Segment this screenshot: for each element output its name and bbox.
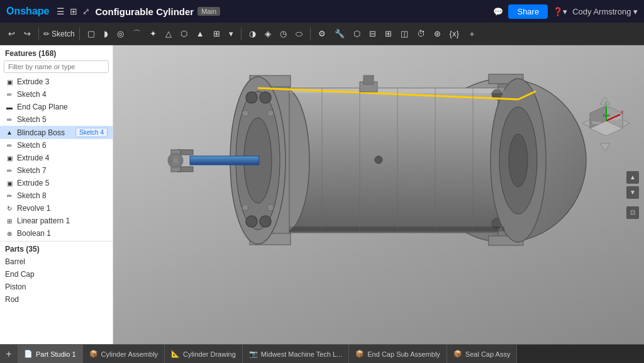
linear-pattern-icon: ⊞ (5, 216, 14, 225)
tool-2[interactable]: ◗ (101, 28, 111, 40)
user-name[interactable]: Cody Armstrong ▾ (572, 7, 638, 16)
part-item-endcap[interactable]: End Cap (0, 268, 113, 281)
extrude-icon: ▣ (5, 179, 14, 187)
boss-icon: ▲ (5, 128, 14, 137)
part-item-barrel[interactable]: Barrel (0, 255, 113, 268)
extrude-icon: ▣ (5, 77, 14, 86)
feature-item-extrude4[interactable]: ▣ Extrude 4 (0, 152, 113, 164)
tool-8[interactable]: ▲ (193, 28, 208, 40)
tool-1[interactable]: ▢ (84, 28, 98, 40)
tool-15[interactable]: 🔧 (331, 28, 348, 40)
help-button[interactable]: ❓▾ (553, 7, 567, 16)
feature-filter-input[interactable] (4, 60, 109, 73)
svg-point-24 (260, 216, 271, 227)
tab-label: Midwest Machine Tech L... (261, 350, 342, 358)
3d-viewport[interactable]: TOP Back Right X Y ▲ ▼ ⊡ (113, 45, 644, 344)
tool-9[interactable]: ⊞ (210, 28, 223, 40)
right-actions: 💬 Share ❓▾ Cody Armstrong ▾ (493, 4, 638, 19)
feature-label: Blindcap Boss (17, 128, 72, 137)
tool-10[interactable]: ◑ (246, 28, 259, 40)
svg-marker-46 (600, 143, 610, 151)
tool-22[interactable]: {x} (447, 28, 462, 40)
tab-midwestmachinetech[interactable]: 📷 Midwest Machine Tech L... (243, 345, 349, 363)
feature-item-extrude5[interactable]: ▣ Extrude 5 (0, 177, 113, 189)
feature-item-revolve1[interactable]: ↻ Revolve 1 (0, 202, 113, 215)
view-up-button[interactable]: ▲ (626, 171, 639, 184)
feature-item-endcapplane[interactable]: ▬ End Cap Plane (0, 101, 113, 113)
features-header: Features (168) (0, 45, 113, 60)
tool-19[interactable]: ◫ (397, 28, 411, 40)
tool-3[interactable]: ◎ (114, 28, 127, 40)
grid-view-icon[interactable]: ⊞ (70, 6, 77, 16)
orientation-cube[interactable]: TOP Back Right X Y (581, 96, 631, 146)
feature-item-sketch5[interactable]: ✏ Sketch 5 (0, 113, 113, 126)
svg-point-28 (267, 204, 274, 211)
sketch-label: Sketch (52, 30, 75, 38)
feature-item-sketch6[interactable]: ✏ Sketch 6 (0, 139, 113, 152)
tab-partstudio1[interactable]: 📄 Part Studio 1 (18, 345, 83, 363)
assembly-icon: 📦 (89, 350, 98, 358)
hamburger-menu[interactable]: ☰ (57, 6, 65, 16)
tool-13[interactable]: ⬭ (292, 28, 306, 40)
svg-rect-14 (284, 226, 504, 232)
tab-sealcapassy[interactable]: 📦 Seal Cap Assy (447, 345, 518, 363)
svg-rect-1 (284, 88, 504, 233)
tool-6[interactable]: △ (162, 28, 175, 40)
feature-label: Sketch 5 (17, 115, 108, 124)
view-nav-controls: ▲ ▼ ⊡ (626, 171, 639, 219)
feature-item-linearpattern1[interactable]: ⊞ Linear pattern 1 (0, 215, 113, 227)
tool-dropdown[interactable]: ▾ (226, 28, 236, 40)
svg-point-34 (172, 157, 179, 164)
sketch-button[interactable]: ✏ Sketch (43, 30, 75, 38)
sketch-icon: ✏ (5, 166, 14, 175)
topbar: Onshape ☰ ⊞ ⤢ Configurable Cylinder Main… (0, 0, 644, 23)
chat-icon[interactable]: 💬 (493, 7, 503, 16)
view-cube-button[interactable]: ⊡ (626, 206, 639, 219)
part-item-piston[interactable]: Piston (0, 281, 113, 293)
tool-12[interactable]: ◷ (277, 28, 290, 40)
toolbar: ↩ ↪ ✏ Sketch ▢ ◗ ◎ ⌒ ✦ △ ⬡ ▲ ⊞ ▾ ◑ ◈ ◷ ⬭… (0, 23, 644, 45)
part-item-rod[interactable]: Rod (0, 293, 113, 306)
drawing-icon: 📐 (171, 350, 180, 358)
tool-16[interactable]: ⬡ (350, 28, 364, 40)
tool-17[interactable]: ⊟ (366, 28, 379, 40)
link-icon[interactable]: ⤢ (82, 6, 90, 16)
svg-point-27 (242, 204, 248, 211)
feature-label: Sketch 7 (17, 166, 108, 175)
feature-label: End Cap Plane (17, 103, 108, 111)
tool-add[interactable]: ＋ (465, 27, 479, 41)
add-tab-button[interactable]: + (0, 345, 18, 363)
tool-7[interactable]: ⬡ (177, 28, 191, 40)
tool-20[interactable]: ⏱ (414, 28, 428, 40)
share-button[interactable]: Share (508, 4, 548, 19)
part-label: Rod (5, 295, 108, 304)
svg-point-23 (246, 216, 257, 227)
feature-item-boolean1[interactable]: ⊕ Boolean 1 (0, 227, 113, 240)
cylinder-model-svg (152, 57, 605, 333)
view-down-button[interactable]: ▼ (626, 186, 639, 199)
redo-button[interactable]: ↪ (21, 28, 34, 40)
feature-item-extrude3[interactable]: ▣ Extrude 3 (0, 75, 113, 88)
tab-cylinderassembly[interactable]: 📦 Cylinder Assembly (83, 345, 165, 363)
tool-21[interactable]: ⊛ (431, 28, 444, 40)
tool-11[interactable]: ◈ (262, 28, 274, 40)
tool-18[interactable]: ⊞ (382, 28, 395, 40)
part-label: Piston (5, 282, 108, 291)
feature-item-blindcapboss[interactable]: ▲ Blindcap Boss Sketch 4 (0, 126, 113, 139)
tool-5[interactable]: ✦ (147, 28, 160, 40)
document-title: Configurable Cylinder (95, 6, 194, 17)
feature-label: Boolean 1 (17, 229, 108, 238)
parts-header: Parts (35) (0, 241, 113, 255)
title-section: Configurable Cylinder Main (95, 6, 488, 17)
feature-item-sketch8[interactable]: ✏ Sketch 8 (0, 189, 113, 202)
tool-14[interactable]: ⚙ (315, 28, 329, 40)
undo-button[interactable]: ↩ (5, 28, 18, 40)
tab-label: Cylinder Drawing (183, 350, 236, 358)
tool-4[interactable]: ⌒ (130, 27, 144, 41)
tab-endcapsubassembly[interactable]: 📦 End Cap Sub Assembly (349, 345, 447, 363)
tab-cylinderdrawing[interactable]: 📐 Cylinder Drawing (165, 345, 243, 363)
feature-item-sketch7[interactable]: ✏ Sketch 7 (0, 164, 113, 177)
model-container (113, 45, 644, 344)
feature-label: Sketch 4 (17, 90, 108, 99)
feature-item-sketch4[interactable]: ✏ Sketch 4 (0, 88, 113, 101)
